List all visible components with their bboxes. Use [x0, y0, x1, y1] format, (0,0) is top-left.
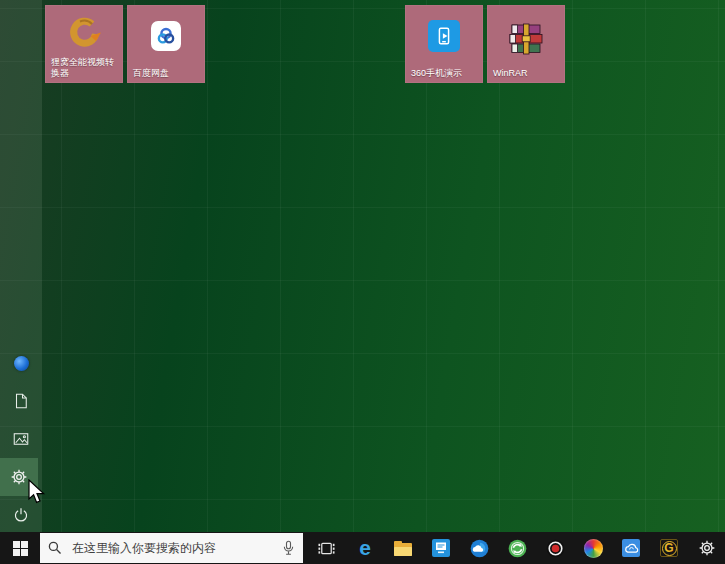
blue-circle-app-icon [470, 539, 489, 558]
tile-liwo-video-converter[interactable]: 狸窝全能视频转换器 [45, 5, 123, 83]
windows-logo-icon [13, 541, 28, 556]
taskbar-app-recorder[interactable] [536, 532, 574, 564]
sidebar-item-settings[interactable] [0, 458, 38, 496]
microphone-icon[interactable] [282, 540, 295, 556]
liwo-video-converter-icon [66, 15, 102, 51]
cloud-app-icon [622, 539, 640, 557]
start-screen: 狸窝全能视频转换器 百度网盘 [0, 0, 725, 564]
taskbar-settings-button[interactable] [688, 532, 725, 564]
user-avatar [14, 356, 29, 371]
phone-demo-icon [428, 20, 460, 52]
taskbar-app-green-circle[interactable] [498, 532, 536, 564]
tile-label: WinRAR [493, 68, 562, 79]
gear-icon [10, 468, 28, 486]
task-view-icon [318, 540, 335, 557]
blue-app-icon [432, 539, 450, 557]
tile-360-phone-demo[interactable]: 360手机演示 [405, 5, 483, 83]
file-explorer-icon [394, 543, 412, 556]
tile-label: 360手机演示 [411, 68, 480, 79]
pictures-icon [12, 430, 30, 448]
sidebar-item-documents[interactable] [0, 382, 42, 420]
sidebar-item-user[interactable] [0, 344, 42, 382]
green-circle-app-icon [508, 539, 527, 558]
settings-gear-icon [698, 539, 716, 557]
colorwheel-app-icon [584, 539, 603, 558]
taskbar-app-colorwheel[interactable] [574, 532, 612, 564]
baidu-netdisk-icon [151, 21, 181, 51]
document-icon [12, 392, 30, 410]
tile-label: 狸窝全能视频转换器 [51, 57, 120, 79]
goldwave-glyph: G [662, 541, 677, 556]
tile-winrar[interactable]: WinRAR [487, 5, 565, 83]
taskbar-app-file-explorer[interactable] [384, 532, 422, 564]
start-button[interactable] [0, 532, 40, 564]
taskbar-app-blue[interactable] [422, 532, 460, 564]
sidebar-item-pictures[interactable] [0, 420, 42, 458]
search-icon [48, 541, 62, 555]
edge-icon: e [359, 537, 371, 558]
taskbar-app-blue-circle[interactable] [460, 532, 498, 564]
power-icon [12, 506, 30, 524]
task-view-button[interactable] [307, 532, 345, 564]
goldwave-app-icon: G [660, 539, 678, 557]
sidebar-item-power[interactable] [0, 496, 42, 534]
taskbar-app-goldwave[interactable]: G [650, 532, 688, 564]
taskbar: e [0, 532, 725, 564]
search-input[interactable] [70, 540, 282, 556]
taskbar-app-cloud[interactable] [612, 532, 650, 564]
winrar-icon [508, 23, 544, 55]
taskbar-app-edge[interactable]: e [346, 532, 384, 564]
tile-baidu-netdisk[interactable]: 百度网盘 [127, 5, 205, 83]
taskbar-search [40, 533, 303, 563]
recorder-app-icon [546, 539, 565, 558]
tile-label: 百度网盘 [133, 68, 202, 79]
start-sidebar [0, 0, 42, 532]
